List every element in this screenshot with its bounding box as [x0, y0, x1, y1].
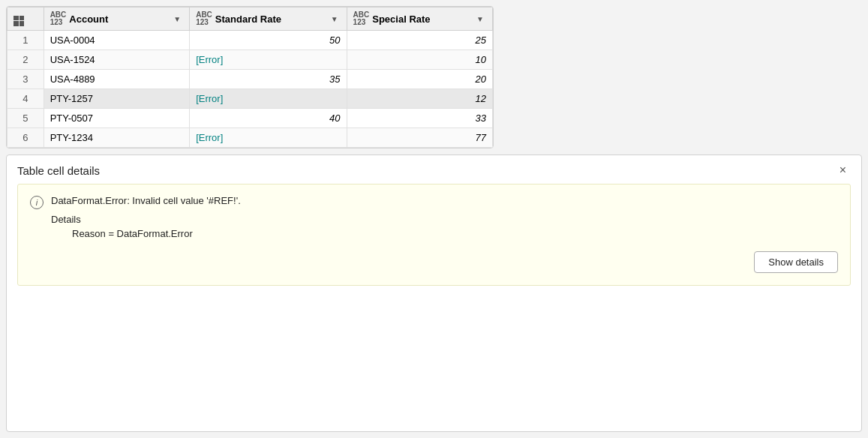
col-type-icon-special-rate: ABC123: [353, 11, 370, 26]
account-cell[interactable]: USA-0004: [44, 31, 190, 50]
table-row[interactable]: 2USA-1524[Error]10: [8, 50, 493, 70]
account-cell[interactable]: PTY-1234: [44, 128, 190, 148]
col-dropdown-special-rate[interactable]: ▼: [474, 14, 486, 24]
column-header-special-rate[interactable]: ABC123 Special Rate ▼: [347, 8, 492, 31]
account-cell[interactable]: PTY-1257: [44, 89, 190, 109]
special-rate-cell[interactable]: 25: [347, 31, 492, 50]
account-cell[interactable]: USA-4889: [44, 70, 190, 89]
row-num-cell: 2: [8, 50, 44, 70]
col-dropdown-standard-rate[interactable]: ▼: [329, 14, 341, 24]
special-rate-cell[interactable]: 12: [347, 89, 492, 109]
account-cell[interactable]: PTY-0507: [44, 109, 190, 128]
standard-rate-cell[interactable]: [Error]: [190, 128, 347, 148]
row-num-cell: 6: [8, 128, 44, 148]
account-cell[interactable]: USA-1524: [44, 50, 190, 70]
standard-rate-cell[interactable]: [Error]: [190, 89, 347, 109]
table-row[interactable]: 1USA-00045025: [8, 31, 493, 50]
details-panel: Table cell details × i DataFormat.Error:…: [6, 154, 862, 432]
row-num-cell: 1: [8, 31, 44, 50]
col-type-icon-account: ABC123: [50, 11, 67, 26]
standard-rate-cell[interactable]: 35: [190, 70, 347, 89]
col-label-special-rate: Special Rate: [372, 14, 471, 25]
special-rate-cell[interactable]: 10: [347, 50, 492, 70]
column-header-standard-rate[interactable]: ABC123 Standard Rate ▼: [190, 8, 347, 31]
special-rate-cell[interactable]: 77: [347, 128, 492, 148]
col-label-standard-rate: Standard Rate: [215, 14, 326, 25]
details-header: Table cell details ×: [7, 155, 861, 184]
row-num-cell: 3: [8, 70, 44, 89]
error-message: DataFormat.Error: Invalid cell value '#R…: [51, 195, 241, 206]
column-header-account[interactable]: ABC123 Account ▼: [44, 8, 190, 31]
details-title: Table cell details: [17, 164, 100, 177]
details-body: i DataFormat.Error: Invalid cell value '…: [17, 184, 851, 286]
data-table: ABC123 Account ▼ ABC123 Standard Rate ▼: [6, 6, 494, 148]
row-num-cell: 4: [8, 89, 44, 109]
details-label: Details: [51, 214, 838, 225]
col-dropdown-account[interactable]: ▼: [171, 14, 183, 24]
close-button[interactable]: ×: [835, 163, 851, 178]
table-row[interactable]: 6PTY-1234[Error]77: [8, 128, 493, 148]
row-num-cell: 5: [8, 109, 44, 128]
error-row: i DataFormat.Error: Invalid cell value '…: [30, 195, 838, 209]
reason-line: Reason = DataFormat.Error: [72, 228, 838, 239]
standard-rate-cell[interactable]: 50: [190, 31, 347, 50]
special-rate-cell[interactable]: 20: [347, 70, 492, 89]
info-icon: i: [30, 196, 44, 209]
special-rate-cell[interactable]: 33: [347, 109, 492, 128]
standard-rate-cell[interactable]: [Error]: [190, 50, 347, 70]
col-type-icon-standard-rate: ABC123: [196, 11, 212, 26]
row-number-header: [8, 8, 44, 31]
table-row[interactable]: 3USA-48893520: [8, 70, 493, 89]
show-details-button[interactable]: Show details: [754, 251, 838, 273]
standard-rate-cell[interactable]: 40: [190, 109, 347, 128]
col-label-account: Account: [69, 14, 168, 25]
table-row[interactable]: 5PTY-05074033: [8, 109, 493, 128]
table-row[interactable]: 4PTY-1257[Error]12: [8, 89, 493, 109]
